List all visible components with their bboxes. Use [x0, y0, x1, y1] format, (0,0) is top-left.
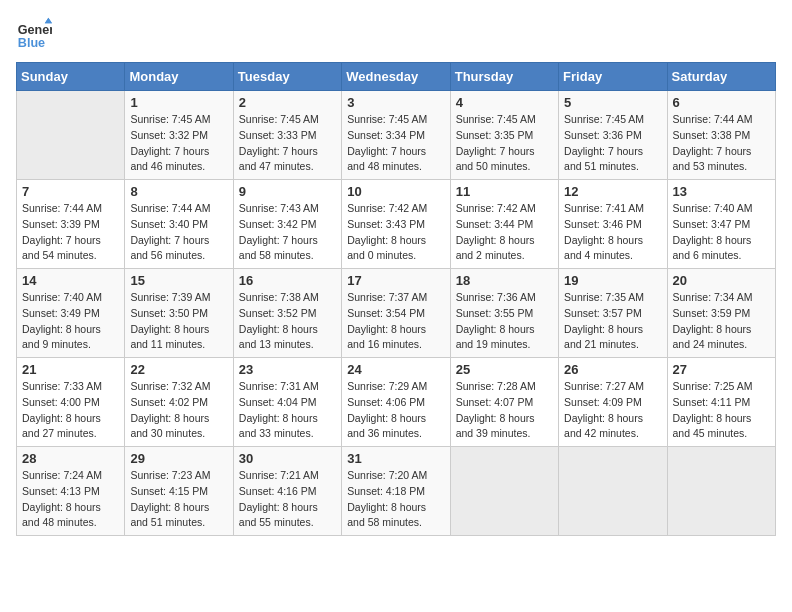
day-number: 24 [347, 362, 444, 377]
day-number: 6 [673, 95, 770, 110]
day-header-monday: Monday [125, 63, 233, 91]
calendar-cell: 4Sunrise: 7:45 AMSunset: 3:35 PMDaylight… [450, 91, 558, 180]
day-info: Sunrise: 7:28 AMSunset: 4:07 PMDaylight:… [456, 379, 553, 442]
day-info: Sunrise: 7:42 AMSunset: 3:43 PMDaylight:… [347, 201, 444, 264]
day-number: 16 [239, 273, 336, 288]
calendar-week-1: 1Sunrise: 7:45 AMSunset: 3:32 PMDaylight… [17, 91, 776, 180]
day-number: 22 [130, 362, 227, 377]
calendar-cell: 22Sunrise: 7:32 AMSunset: 4:02 PMDayligh… [125, 358, 233, 447]
day-number: 30 [239, 451, 336, 466]
day-info: Sunrise: 7:33 AMSunset: 4:00 PMDaylight:… [22, 379, 119, 442]
day-number: 21 [22, 362, 119, 377]
day-info: Sunrise: 7:25 AMSunset: 4:11 PMDaylight:… [673, 379, 770, 442]
day-header-friday: Friday [559, 63, 667, 91]
day-info: Sunrise: 7:24 AMSunset: 4:13 PMDaylight:… [22, 468, 119, 531]
calendar-cell [450, 447, 558, 536]
calendar-cell: 10Sunrise: 7:42 AMSunset: 3:43 PMDayligh… [342, 180, 450, 269]
calendar-cell: 28Sunrise: 7:24 AMSunset: 4:13 PMDayligh… [17, 447, 125, 536]
calendar-week-3: 14Sunrise: 7:40 AMSunset: 3:49 PMDayligh… [17, 269, 776, 358]
day-number: 13 [673, 184, 770, 199]
day-info: Sunrise: 7:31 AMSunset: 4:04 PMDaylight:… [239, 379, 336, 442]
calendar-cell: 18Sunrise: 7:36 AMSunset: 3:55 PMDayligh… [450, 269, 558, 358]
logo: General Blue [16, 16, 56, 52]
calendar-cell: 21Sunrise: 7:33 AMSunset: 4:00 PMDayligh… [17, 358, 125, 447]
calendar-cell: 26Sunrise: 7:27 AMSunset: 4:09 PMDayligh… [559, 358, 667, 447]
day-header-saturday: Saturday [667, 63, 775, 91]
day-number: 19 [564, 273, 661, 288]
day-number: 25 [456, 362, 553, 377]
day-info: Sunrise: 7:34 AMSunset: 3:59 PMDaylight:… [673, 290, 770, 353]
day-info: Sunrise: 7:45 AMSunset: 3:36 PMDaylight:… [564, 112, 661, 175]
svg-text:Blue: Blue [18, 36, 45, 50]
day-number: 9 [239, 184, 336, 199]
day-number: 12 [564, 184, 661, 199]
calendar-week-5: 28Sunrise: 7:24 AMSunset: 4:13 PMDayligh… [17, 447, 776, 536]
day-number: 31 [347, 451, 444, 466]
day-number: 3 [347, 95, 444, 110]
day-info: Sunrise: 7:23 AMSunset: 4:15 PMDaylight:… [130, 468, 227, 531]
day-info: Sunrise: 7:38 AMSunset: 3:52 PMDaylight:… [239, 290, 336, 353]
calendar-cell: 25Sunrise: 7:28 AMSunset: 4:07 PMDayligh… [450, 358, 558, 447]
day-info: Sunrise: 7:45 AMSunset: 3:34 PMDaylight:… [347, 112, 444, 175]
day-header-sunday: Sunday [17, 63, 125, 91]
days-header-row: SundayMondayTuesdayWednesdayThursdayFrid… [17, 63, 776, 91]
logo-icon: General Blue [16, 16, 52, 52]
calendar-cell: 11Sunrise: 7:42 AMSunset: 3:44 PMDayligh… [450, 180, 558, 269]
day-header-wednesday: Wednesday [342, 63, 450, 91]
calendar-week-2: 7Sunrise: 7:44 AMSunset: 3:39 PMDaylight… [17, 180, 776, 269]
calendar-cell: 7Sunrise: 7:44 AMSunset: 3:39 PMDaylight… [17, 180, 125, 269]
day-number: 15 [130, 273, 227, 288]
day-number: 28 [22, 451, 119, 466]
day-info: Sunrise: 7:41 AMSunset: 3:46 PMDaylight:… [564, 201, 661, 264]
calendar-cell: 6Sunrise: 7:44 AMSunset: 3:38 PMDaylight… [667, 91, 775, 180]
day-info: Sunrise: 7:45 AMSunset: 3:35 PMDaylight:… [456, 112, 553, 175]
calendar-cell: 19Sunrise: 7:35 AMSunset: 3:57 PMDayligh… [559, 269, 667, 358]
day-info: Sunrise: 7:37 AMSunset: 3:54 PMDaylight:… [347, 290, 444, 353]
calendar-cell [667, 447, 775, 536]
day-number: 2 [239, 95, 336, 110]
day-info: Sunrise: 7:44 AMSunset: 3:39 PMDaylight:… [22, 201, 119, 264]
day-info: Sunrise: 7:40 AMSunset: 3:47 PMDaylight:… [673, 201, 770, 264]
day-number: 10 [347, 184, 444, 199]
day-number: 5 [564, 95, 661, 110]
calendar-table: SundayMondayTuesdayWednesdayThursdayFrid… [16, 62, 776, 536]
day-info: Sunrise: 7:39 AMSunset: 3:50 PMDaylight:… [130, 290, 227, 353]
day-info: Sunrise: 7:29 AMSunset: 4:06 PMDaylight:… [347, 379, 444, 442]
day-number: 11 [456, 184, 553, 199]
day-number: 23 [239, 362, 336, 377]
day-info: Sunrise: 7:36 AMSunset: 3:55 PMDaylight:… [456, 290, 553, 353]
day-number: 8 [130, 184, 227, 199]
day-info: Sunrise: 7:44 AMSunset: 3:38 PMDaylight:… [673, 112, 770, 175]
day-info: Sunrise: 7:21 AMSunset: 4:16 PMDaylight:… [239, 468, 336, 531]
day-number: 27 [673, 362, 770, 377]
calendar-cell: 15Sunrise: 7:39 AMSunset: 3:50 PMDayligh… [125, 269, 233, 358]
calendar-cell: 20Sunrise: 7:34 AMSunset: 3:59 PMDayligh… [667, 269, 775, 358]
calendar-cell: 30Sunrise: 7:21 AMSunset: 4:16 PMDayligh… [233, 447, 341, 536]
calendar-cell: 12Sunrise: 7:41 AMSunset: 3:46 PMDayligh… [559, 180, 667, 269]
calendar-cell: 1Sunrise: 7:45 AMSunset: 3:32 PMDaylight… [125, 91, 233, 180]
day-number: 20 [673, 273, 770, 288]
calendar-cell: 2Sunrise: 7:45 AMSunset: 3:33 PMDaylight… [233, 91, 341, 180]
calendar-week-4: 21Sunrise: 7:33 AMSunset: 4:00 PMDayligh… [17, 358, 776, 447]
day-header-thursday: Thursday [450, 63, 558, 91]
day-number: 26 [564, 362, 661, 377]
day-info: Sunrise: 7:42 AMSunset: 3:44 PMDaylight:… [456, 201, 553, 264]
calendar-cell: 31Sunrise: 7:20 AMSunset: 4:18 PMDayligh… [342, 447, 450, 536]
calendar-cell [17, 91, 125, 180]
calendar-cell: 23Sunrise: 7:31 AMSunset: 4:04 PMDayligh… [233, 358, 341, 447]
day-number: 29 [130, 451, 227, 466]
calendar-cell: 13Sunrise: 7:40 AMSunset: 3:47 PMDayligh… [667, 180, 775, 269]
day-number: 4 [456, 95, 553, 110]
svg-marker-3 [45, 18, 52, 23]
day-header-tuesday: Tuesday [233, 63, 341, 91]
calendar-cell: 14Sunrise: 7:40 AMSunset: 3:49 PMDayligh… [17, 269, 125, 358]
day-number: 1 [130, 95, 227, 110]
day-info: Sunrise: 7:45 AMSunset: 3:32 PMDaylight:… [130, 112, 227, 175]
day-info: Sunrise: 7:40 AMSunset: 3:49 PMDaylight:… [22, 290, 119, 353]
day-info: Sunrise: 7:20 AMSunset: 4:18 PMDaylight:… [347, 468, 444, 531]
day-number: 14 [22, 273, 119, 288]
calendar-cell: 9Sunrise: 7:43 AMSunset: 3:42 PMDaylight… [233, 180, 341, 269]
day-info: Sunrise: 7:35 AMSunset: 3:57 PMDaylight:… [564, 290, 661, 353]
calendar-cell: 29Sunrise: 7:23 AMSunset: 4:15 PMDayligh… [125, 447, 233, 536]
day-info: Sunrise: 7:45 AMSunset: 3:33 PMDaylight:… [239, 112, 336, 175]
